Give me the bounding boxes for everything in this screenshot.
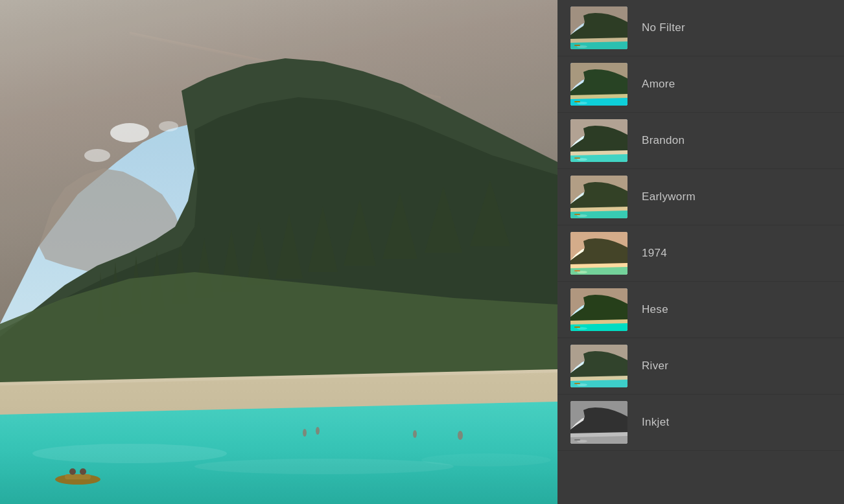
filter-label-hese: Hese [642, 303, 668, 316]
filter-thumb-amore [570, 63, 627, 106]
main-photo-area [0, 0, 557, 504]
svg-rect-74 [574, 270, 580, 271]
filter-item-no-filter[interactable]: No Filter [557, 0, 844, 56]
svg-rect-95 [574, 439, 580, 441]
svg-rect-88 [574, 383, 580, 384]
filter-thumb-inkjet [570, 401, 627, 444]
filter-label-earlyworm: Earlyworm [642, 190, 696, 203]
filter-thumb-river [570, 345, 627, 387]
filter-label-river: River [642, 360, 668, 372]
svg-rect-39 [0, 0, 557, 504]
svg-rect-53 [574, 101, 580, 102]
filter-label-1974: 1974 [642, 247, 667, 260]
filter-item-river[interactable]: River [557, 338, 844, 395]
svg-rect-67 [574, 214, 580, 215]
svg-rect-60 [574, 157, 580, 159]
filter-item-amore[interactable]: Amore [557, 56, 844, 113]
filter-item-earlyworm[interactable]: Earlyworm [557, 169, 844, 225]
svg-rect-81 [574, 326, 580, 328]
svg-rect-46 [574, 45, 580, 46]
filter-thumb-1974 [570, 232, 627, 275]
filter-label-brandon: Brandon [642, 134, 685, 147]
filter-item-inkjet[interactable]: Inkjet [557, 395, 844, 451]
filter-label-no-filter: No Filter [642, 21, 685, 34]
filter-thumb-no-filter [570, 6, 627, 49]
filter-thumb-brandon [570, 119, 627, 162]
filter-thumb-earlyworm [570, 176, 627, 218]
filter-thumb-hese [570, 288, 627, 331]
filter-label-inkjet: Inkjet [642, 416, 669, 429]
filter-label-amore: Amore [642, 78, 675, 91]
filter-panel: No Filter Amore [557, 0, 844, 504]
filter-item-hese[interactable]: Hese [557, 282, 844, 338]
filter-item-1974[interactable]: 1974 [557, 225, 844, 282]
filter-item-brandon[interactable]: Brandon [557, 113, 844, 169]
